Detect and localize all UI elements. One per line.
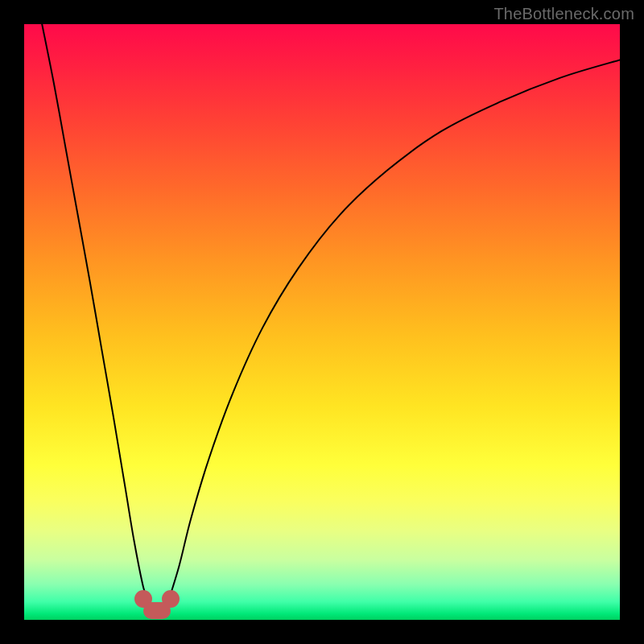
watermark-text: TheBottleneck.com <box>493 5 634 23</box>
plot-area <box>24 24 620 620</box>
chart-frame: TheBottleneck.com <box>0 0 644 644</box>
valley-bridge <box>143 602 171 619</box>
valley-markers <box>24 24 620 620</box>
